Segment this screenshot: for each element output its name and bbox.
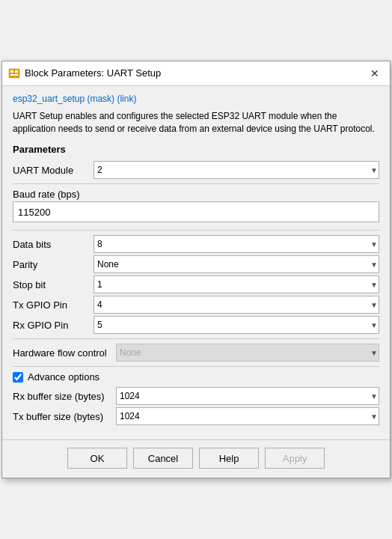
tx-gpio-label: Tx GPIO Pin: [13, 299, 88, 311]
block-icon: [8, 67, 20, 79]
data-bits-select-wrapper: 8 5 6 7 ▼: [94, 235, 379, 253]
baud-rate-label: Baud rate (bps): [13, 189, 379, 200]
hw-flow-select-wrapper: None ▼: [116, 344, 379, 362]
advance-options-row: Advance options: [13, 371, 379, 383]
svg-rect-0: [9, 69, 19, 78]
rx-buffer-select[interactable]: 1024 256 512 2048 4096: [116, 387, 379, 405]
ok-button[interactable]: OK: [67, 448, 127, 469]
uart-module-label: UART Module: [13, 165, 88, 176]
divider-3: [13, 338, 379, 339]
hw-flow-row: Hardware flow control None ▼: [13, 344, 379, 362]
advance-options-label[interactable]: Advance options: [28, 371, 99, 383]
divider-1: [13, 183, 379, 184]
data-bits-row: Data bits 8 5 6 7 ▼: [13, 235, 379, 253]
close-button[interactable]: ✕: [366, 66, 384, 81]
rx-buffer-row: Rx buffer size (bytes) 1024 256 512 2048…: [13, 387, 379, 405]
dialog-block-parameters: Block Parameters: UART Setup ✕ esp32_uar…: [1, 61, 391, 479]
stop-bit-row: Stop bit 1 1.5 2 ▼: [13, 275, 379, 293]
description-text: UART Setup enables and configures the se…: [13, 110, 379, 135]
stop-bit-select[interactable]: 1 1.5 2: [94, 275, 379, 293]
data-bits-label: Data bits: [13, 239, 88, 250]
parity-select[interactable]: None Even Odd: [94, 255, 379, 273]
cancel-button[interactable]: Cancel: [133, 448, 193, 469]
uart-module-select-wrapper: 2 0 1 ▼: [94, 161, 379, 179]
tx-buffer-select[interactable]: 1024 256 512 2048 4096: [116, 407, 379, 425]
dialog-title: Block Parameters: UART Setup: [25, 67, 161, 79]
rx-gpio-select[interactable]: 5 0123 4678 9101112 13141516 17181921 22…: [94, 316, 379, 334]
section-header: Parameters: [13, 144, 379, 155]
tx-gpio-select[interactable]: 4 0123 5678 9101112 13141516 17181921 22…: [94, 296, 379, 314]
tx-buffer-select-wrapper: 1024 256 512 2048 4096 ▼: [116, 407, 379, 425]
tx-gpio-row: Tx GPIO Pin 4 0123 5678 9101112 13141516…: [13, 296, 379, 314]
link-line[interactable]: esp32_uart_setup (mask) (link): [13, 94, 379, 104]
uart-module-select[interactable]: 2 0 1: [94, 161, 379, 179]
apply-button[interactable]: Apply: [265, 448, 325, 469]
title-bar: Block Parameters: UART Setup ✕: [2, 61, 390, 86]
tx-gpio-select-wrapper: 4 0123 5678 9101112 13141516 17181921 22…: [94, 296, 379, 314]
data-bits-select[interactable]: 8 5 6 7: [94, 235, 379, 253]
advance-options-checkbox[interactable]: [13, 372, 23, 383]
divider-2: [13, 230, 379, 231]
rx-buffer-select-wrapper: 1024 256 512 2048 4096 ▼: [116, 387, 379, 405]
tx-buffer-label: Tx buffer size (bytes): [13, 411, 110, 422]
rx-gpio-label: Rx GPIO Pin: [13, 320, 88, 331]
dialog-body: esp32_uart_setup (mask) (link) UART Setu…: [2, 86, 390, 434]
help-button[interactable]: Help: [199, 448, 259, 469]
divider-4: [13, 366, 379, 367]
hw-flow-select[interactable]: None: [116, 344, 379, 362]
hw-flow-label: Hardware flow control: [13, 347, 110, 359]
parity-label: Parity: [13, 259, 88, 270]
parity-row: Parity None Even Odd ▼: [13, 255, 379, 273]
stop-bit-label: Stop bit: [13, 279, 88, 290]
rx-gpio-select-wrapper: 5 0123 4678 9101112 13141516 17181921 22…: [94, 316, 379, 334]
rx-buffer-label: Rx buffer size (bytes): [13, 391, 110, 402]
tx-buffer-row: Tx buffer size (bytes) 1024 256 512 2048…: [13, 407, 379, 425]
svg-rect-2: [15, 70, 18, 73]
svg-rect-3: [10, 74, 18, 76]
rx-gpio-row: Rx GPIO Pin 5 0123 4678 9101112 13141516…: [13, 316, 379, 334]
svg-rect-1: [10, 70, 13, 73]
button-bar: OK Cancel Help Apply: [2, 439, 390, 478]
uart-module-row: UART Module 2 0 1 ▼: [13, 161, 379, 179]
parity-select-wrapper: None Even Odd ▼: [94, 255, 379, 273]
title-bar-left: Block Parameters: UART Setup: [8, 67, 161, 79]
stop-bit-select-wrapper: 1 1.5 2 ▼: [94, 275, 379, 293]
baud-rate-input[interactable]: [13, 201, 379, 222]
